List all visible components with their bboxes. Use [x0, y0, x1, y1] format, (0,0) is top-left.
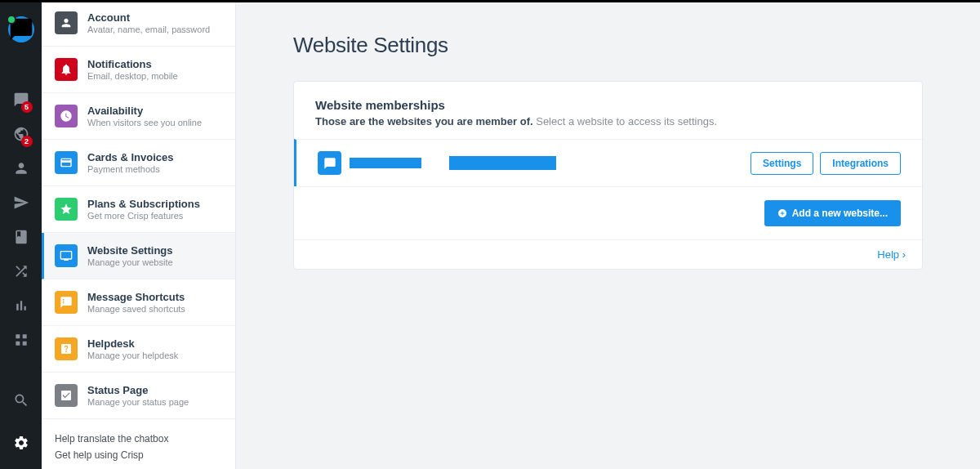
rail-visitors[interactable]: 2 — [5, 118, 38, 150]
rail-plugins[interactable] — [5, 324, 38, 356]
sidebar-item-label: Helpdesk — [87, 337, 178, 350]
card-help-section: Help — [294, 239, 922, 269]
website-domain-redacted — [449, 156, 556, 170]
card-add-section: Add a new website... — [294, 186, 922, 239]
memberships-card: Website memberships Those are the websit… — [293, 81, 923, 270]
sidebar-item-sub: Manage your website — [87, 257, 173, 267]
star-icon — [55, 198, 78, 221]
inbox-badge: 5 — [21, 101, 33, 113]
sidebar-item-label: Website Settings — [87, 244, 173, 257]
plus-circle-icon — [777, 208, 787, 218]
page-title: Website Settings — [293, 33, 923, 58]
person-icon — [13, 160, 29, 176]
help-icon — [55, 337, 78, 360]
help-link-card[interactable]: Help — [877, 248, 906, 261]
sidebar-item-status[interactable]: Status PageManage your status page — [42, 373, 235, 419]
sidebar-item-sub: Manage your helpdesk — [87, 351, 178, 360]
rail-knowledge[interactable] — [5, 221, 38, 253]
sidebar-item-sub: Email, desktop, mobile — [87, 71, 178, 81]
rail-inbox[interactable]: 5 — [5, 83, 38, 116]
sidebar-item-label: Availability — [87, 105, 202, 117]
check-box-icon — [55, 384, 78, 407]
chat-icon — [8, 16, 34, 42]
sidebar-item-sub: Manage saved shortcuts — [87, 304, 185, 314]
account-icon — [55, 11, 78, 34]
sidebar-item-label: Plans & Subscriptions — [87, 198, 200, 210]
translate-link[interactable]: Help translate the chatbox — [55, 433, 222, 444]
help-link[interactable]: Get help using Crisp — [55, 449, 222, 461]
card-icon — [55, 151, 78, 174]
rail-shuffle[interactable] — [5, 255, 38, 288]
website-icon — [318, 151, 341, 175]
nav-rail: 5 2 — [0, 0, 42, 469]
main-content: Website Settings Website memberships Tho… — [236, 0, 980, 469]
sidebar-item-availability[interactable]: AvailabilityWhen visitors see you online — [42, 93, 235, 140]
sidebar-item-helpdesk[interactable]: HelpdeskManage your helpdesk — [42, 326, 235, 373]
gear-icon — [13, 435, 29, 451]
sidebar-item-cards[interactable]: Cards & InvoicesPayment methods — [42, 140, 235, 186]
card-header: Website memberships Those are the websit… — [294, 82, 922, 139]
send-icon — [13, 194, 29, 211]
settings-button[interactable]: Settings — [751, 152, 813, 175]
sidebar-item-label: Status Page — [87, 384, 189, 396]
sidebar-item-notifications[interactable]: NotificationsEmail, desktop, mobile — [42, 47, 235, 93]
sidebar-item-sub: Avatar, name, email, password — [87, 25, 210, 34]
monitor-icon — [55, 244, 78, 267]
visitors-badge: 2 — [21, 136, 33, 147]
sidebar-item-label: Message Shortcuts — [87, 291, 185, 303]
sidebar-footer: Help translate the chatbox Get help usin… — [42, 425, 235, 469]
sidebar-item-plans[interactable]: Plans & SubscriptionsGet more Crisp feat… — [42, 186, 235, 233]
rail-analytics[interactable] — [5, 289, 38, 322]
settings-sidebar: AccountAvatar, name, email, password Not… — [42, 0, 236, 469]
rail-search[interactable] — [5, 384, 38, 417]
sidebar-item-sub: Manage your status page — [87, 397, 189, 407]
membership-row[interactable]: Settings Integrations — [294, 139, 922, 186]
grid-icon — [13, 332, 29, 348]
clock-icon — [55, 105, 78, 127]
rail-settings[interactable] — [5, 427, 38, 459]
rail-campaigns[interactable] — [5, 186, 38, 219]
add-website-label: Add a new website... — [792, 208, 888, 219]
add-website-button[interactable]: Add a new website... — [764, 200, 901, 226]
book-icon — [13, 229, 29, 245]
sidebar-item-shortcuts[interactable]: Message ShortcutsManage saved shortcuts — [42, 279, 235, 326]
sidebar-item-label: Notifications — [87, 58, 178, 70]
memberships-desc-bold: Those are the websites you are member of… — [315, 115, 533, 127]
search-icon — [13, 392, 29, 409]
rail-contacts[interactable] — [5, 152, 38, 185]
integrations-button[interactable]: Integrations — [820, 152, 901, 175]
sidebar-item-account[interactable]: AccountAvatar, name, email, password — [42, 0, 235, 47]
memberships-desc-light: Select a website to access its settings. — [536, 115, 717, 127]
sidebar-item-website-settings[interactable]: Website SettingsManage your website — [42, 233, 235, 279]
bar-chart-icon — [13, 297, 29, 314]
shuffle-icon — [13, 263, 29, 279]
website-name-redacted — [350, 158, 421, 168]
memberships-heading: Website memberships — [315, 98, 901, 112]
sidebar-item-sub: Get more Crisp features — [87, 211, 200, 221]
sidebar-item-label: Cards & Invoices — [87, 151, 174, 163]
message-icon — [55, 291, 78, 314]
sidebar-item-sub: When visitors see you online — [87, 118, 202, 127]
sidebar-item-sub: Payment methods — [87, 164, 174, 174]
bell-icon — [55, 58, 78, 81]
sidebar-item-label: Account — [87, 11, 210, 24]
app-logo[interactable] — [8, 16, 34, 42]
